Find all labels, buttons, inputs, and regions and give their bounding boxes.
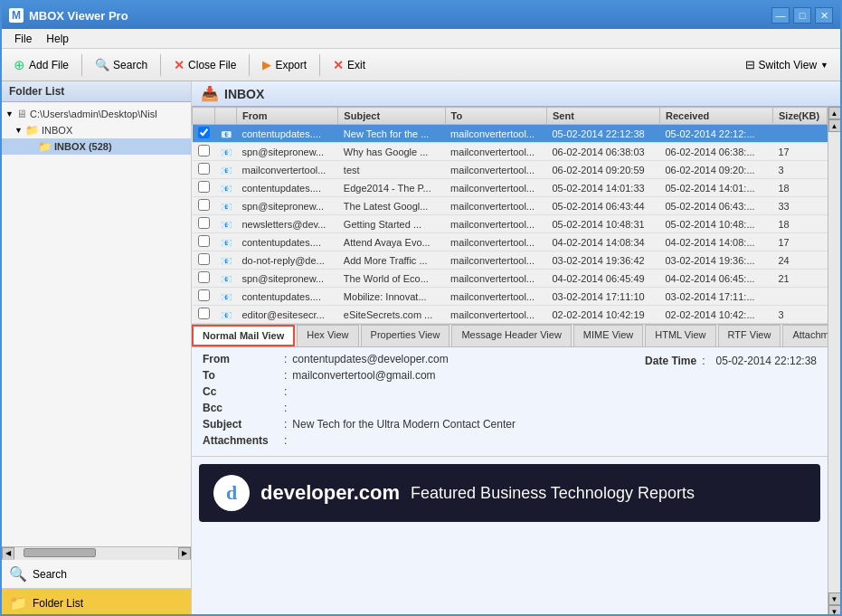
row-received: 04-02-2014 06:45:... — [660, 270, 773, 288]
row-attach: 📧 — [215, 288, 237, 306]
scroll-up-btn-2[interactable]: ▲ — [828, 119, 841, 132]
tree-item-drive[interactable]: ▼ 🖥 C:\Users\admin\Desktop\Nisl — [2, 106, 191, 122]
right-scrollbar[interactable]: ▲ ▲ ▼ ▼ — [828, 107, 840, 616]
col-header-size[interactable]: Size(KB) — [773, 108, 828, 125]
row-checkbox[interactable] — [193, 161, 215, 179]
table-row[interactable]: 📧 contentupdates.... New Tech for the ..… — [193, 125, 828, 143]
row-sent: 05-02-2014 22:12:38 — [547, 125, 660, 143]
table-row[interactable]: 📧 spn@sitepronew... Why has Google ... m… — [193, 143, 828, 161]
close-file-button[interactable]: ✕ Close File — [166, 54, 244, 76]
row-size: 18 — [773, 215, 828, 233]
row-attach: 📧 — [215, 197, 237, 215]
tab-attachments[interactable]: Attachments — [782, 325, 828, 346]
inbox-header-title: INBOX — [224, 87, 264, 101]
row-attach: 📧 — [215, 251, 237, 270]
export-button[interactable]: ▶ Export — [254, 54, 315, 75]
row-to: mailconvertertool... — [445, 233, 546, 251]
col-header-from[interactable]: From — [237, 108, 338, 125]
menu-help[interactable]: Help — [39, 31, 76, 47]
row-subject: The World of Eco... — [338, 270, 445, 288]
left-panel: Folder List ▼ 🖥 C:\Users\admin\Desktop\N… — [2, 81, 192, 616]
table-row[interactable]: 📧 do-not-reply@de... Add More Traffic ..… — [193, 251, 828, 270]
scroll-right-btn[interactable]: ▶ — [178, 547, 191, 560]
row-subject: Why has Google ... — [338, 143, 445, 161]
tab-hex-view[interactable]: Hex View — [297, 325, 358, 346]
row-received: 03-02-2014 17:11:... — [660, 288, 773, 306]
row-size: 3 — [773, 306, 828, 324]
row-subject: Add More Traffic ... — [338, 251, 445, 270]
row-subject: New Tech for the ... — [338, 125, 445, 143]
row-checkbox[interactable] — [193, 143, 215, 161]
row-received: 05-02-2014 06:43:... — [660, 197, 773, 215]
row-from: contentupdates.... — [237, 179, 338, 197]
row-checkbox[interactable] — [193, 215, 215, 233]
scroll-left-btn[interactable]: ◀ — [2, 547, 14, 560]
scroll-down-btn[interactable]: ▼ — [828, 592, 841, 605]
row-to: mailconvertertool... — [445, 288, 546, 306]
scroll-track[interactable] — [14, 547, 178, 560]
minimize-button[interactable]: — — [771, 7, 790, 24]
row-from: editor@esitesecr... — [237, 306, 338, 324]
table-row[interactable]: 📧 spn@sitepronew... The Latest Googl... … — [193, 197, 828, 215]
row-size: 17 — [773, 143, 828, 161]
banner-logo: d — [213, 475, 250, 511]
view-tabs: Normal Mail View Hex View Properties Vie… — [192, 325, 828, 347]
row-checkbox[interactable] — [193, 179, 215, 197]
scroll-thumb[interactable] — [24, 548, 96, 557]
row-subject: Attend Avaya Evo... — [338, 233, 445, 251]
switch-view-button[interactable]: ⊟ Switch View ▼ — [737, 54, 837, 75]
row-received: 05-02-2014 14:01:... — [660, 179, 773, 197]
tree-label-drive: C:\Users\admin\Desktop\Nisl — [30, 109, 187, 119]
folder-icon-inbox-parent: 📁 — [25, 124, 39, 137]
table-row[interactable]: 📧 newsletters@dev... Getting Started ...… — [193, 215, 828, 233]
col-header-subject[interactable]: Subject — [338, 108, 445, 125]
row-received: 06-02-2014 06:38:... — [660, 143, 773, 161]
col-header-to[interactable]: To — [445, 108, 546, 125]
attachments-label: Attachments — [203, 434, 284, 447]
add-file-button[interactable]: ⊕ Add File — [5, 53, 77, 77]
mail-from-date-row: From : contentupdates@developer.com Date… — [203, 353, 817, 369]
row-checkbox[interactable] — [193, 125, 215, 143]
close-button[interactable]: ✕ — [815, 7, 833, 24]
tab-html-view[interactable]: HTML View — [645, 325, 715, 346]
col-header-received[interactable]: Received — [660, 108, 773, 125]
tree-item-inbox-parent[interactable]: ▼ 📁 INBOX — [2, 122, 191, 138]
scroll-up-btn[interactable]: ▲ — [828, 107, 841, 119]
scroll-track-right[interactable] — [828, 132, 841, 592]
row-size: 18 — [773, 179, 828, 197]
row-checkbox[interactable] — [193, 288, 215, 306]
col-header-sent[interactable]: Sent — [547, 108, 660, 125]
row-from: contentupdates.... — [237, 288, 338, 306]
folder-list-nav-button[interactable]: 📁 Folder List — [2, 589, 191, 616]
scroll-down-btn-2[interactable]: ▼ — [828, 605, 841, 616]
tab-normal-mail-view[interactable]: Normal Mail View — [192, 325, 295, 346]
menu-file[interactable]: File — [7, 31, 39, 47]
tree-item-inbox-selected[interactable]: 📁 INBOX (528) — [2, 138, 191, 155]
table-row[interactable]: 📧 editor@esitesecr... eSiteSecrets.com .… — [193, 306, 828, 324]
row-subject: eSiteSecrets.com ... — [338, 306, 445, 324]
app-icon: M — [9, 8, 24, 23]
folder-horizontal-scrollbar[interactable]: ◀ ▶ — [2, 546, 191, 559]
table-row[interactable]: 📧 spn@sitepronew... The World of Eco... … — [193, 270, 828, 288]
search-button[interactable]: 🔍 Search — [87, 54, 156, 75]
row-checkbox[interactable] — [193, 270, 215, 288]
table-row[interactable]: 📧 contentupdates.... Attend Avaya Evo...… — [193, 233, 828, 251]
folder-tree: ▼ 🖥 C:\Users\admin\Desktop\Nisl ▼ 📁 INBO… — [2, 102, 191, 546]
row-from: spn@sitepronew... — [237, 143, 338, 161]
row-checkbox[interactable] — [193, 251, 215, 270]
tab-rtf-view[interactable]: RTF View — [718, 325, 781, 346]
exit-button[interactable]: ✕ Exit — [325, 54, 374, 76]
tab-properties-view[interactable]: Properties View — [361, 325, 450, 346]
maximize-button[interactable]: □ — [793, 7, 811, 24]
table-row[interactable]: 📧 contentupdates.... Edge2014 - The P...… — [193, 179, 828, 197]
tab-message-header-view[interactable]: Message Header View — [451, 325, 571, 346]
from-label: From — [203, 353, 284, 365]
row-checkbox[interactable] — [193, 306, 215, 324]
row-checkbox[interactable] — [193, 197, 215, 215]
row-checkbox[interactable] — [193, 233, 215, 251]
table-row[interactable]: 📧 contentupdates.... Mobilize: Innovat..… — [193, 288, 828, 306]
search-nav-button[interactable]: 🔍 Search — [2, 560, 191, 589]
search-nav-icon: 🔍 — [9, 565, 27, 583]
tab-mime-view[interactable]: MIME View — [573, 325, 643, 346]
table-row[interactable]: 📧 mailconvertertool... test mailconverte… — [193, 161, 828, 179]
